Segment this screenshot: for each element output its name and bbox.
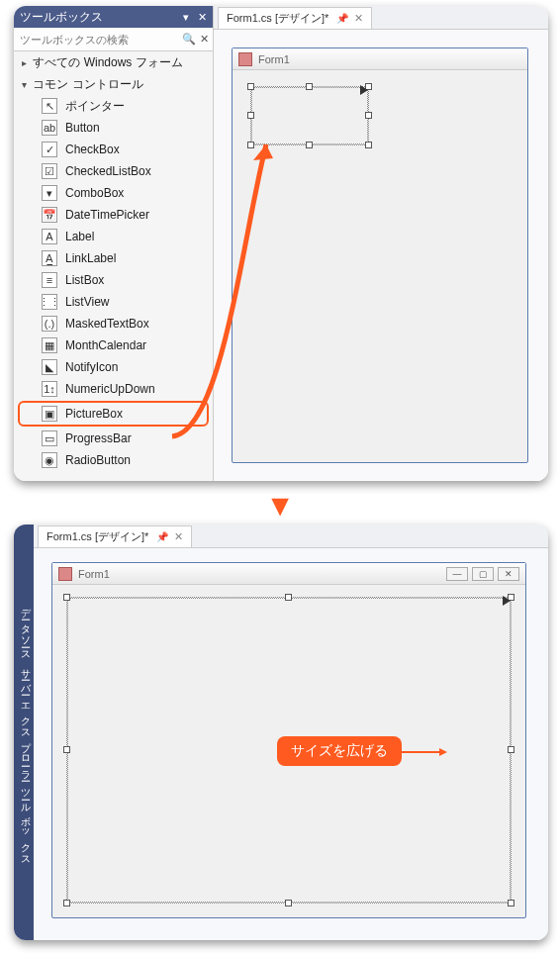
toolbox-group[interactable]: ▸ すべての Windows フォーム xyxy=(14,51,213,73)
resize-handle[interactable] xyxy=(247,112,254,119)
toolbox-item-label: ListView xyxy=(65,291,109,313)
search-icon[interactable]: 🔍 xyxy=(182,33,196,46)
window-buttons: — ▢ ✕ xyxy=(446,567,519,581)
document-tab[interactable]: Form1.cs [デザイン]* 📌 ✕ xyxy=(38,525,192,547)
toolbox-item[interactable]: A̲LinkLabel xyxy=(14,247,213,269)
document-tab-label: Form1.cs [デザイン]* xyxy=(227,11,328,26)
tab-pin-icon[interactable]: 📌 xyxy=(156,531,168,542)
tab-pin-icon[interactable]: 📌 xyxy=(336,13,348,24)
toolbox-item-label: ListBox xyxy=(65,269,104,291)
smart-tag-icon[interactable] xyxy=(360,85,370,95)
document-tab[interactable]: Form1.cs [デザイン]* 📌 ✕ xyxy=(218,7,372,29)
document-tab-label: Form1.cs [デザイン]* xyxy=(47,529,148,544)
document-tab-bar: Form1.cs [デザイン]* 📌 ✕ xyxy=(34,525,548,548)
minimize-icon[interactable]: — xyxy=(446,567,468,581)
expand-arrow-icon: ▾ xyxy=(18,74,30,96)
resize-handle[interactable] xyxy=(247,83,254,90)
toolbox-item[interactable]: ↖ポインター xyxy=(14,95,213,117)
toolbox-item[interactable]: ✓CheckBox xyxy=(14,139,213,160)
resize-handle[interactable] xyxy=(247,142,254,148)
control-icon: A̲ xyxy=(42,250,57,266)
close-icon[interactable]: ✕ xyxy=(198,11,207,23)
control-icon: ↖ xyxy=(42,98,57,114)
toolbox-item-label: CheckedListBox xyxy=(65,160,151,182)
control-icon: A xyxy=(42,229,57,244)
toolbox-group[interactable]: ▾ コモン コントロール xyxy=(14,73,213,95)
pin-icon[interactable]: ▾ xyxy=(183,11,189,23)
toolbox-item[interactable]: ◣NotifyIcon xyxy=(14,356,213,378)
resize-handle[interactable] xyxy=(306,83,313,90)
toolbox-item[interactable]: (.)MaskedTextBox xyxy=(14,313,213,334)
bottom-design-area: Form1.cs [デザイン]* 📌 ✕ Form1 — ▢ ✕ xyxy=(34,525,548,940)
resize-handle[interactable] xyxy=(63,900,70,906)
toolbox-item[interactable]: abButton xyxy=(14,117,213,139)
step-arrow-down-icon: ▼ xyxy=(265,489,295,523)
toolbox-item[interactable]: ▾ComboBox xyxy=(14,182,213,204)
toolbox-item[interactable]: ALabel xyxy=(14,226,213,247)
control-icon: ⋮⋮ xyxy=(42,294,57,310)
control-icon: 📅 xyxy=(42,207,57,223)
design-surface-top[interactable]: Form1 xyxy=(214,30,548,481)
toolbox-item-label: MonthCalendar xyxy=(65,334,146,356)
control-icon: ◣ xyxy=(42,359,57,375)
form-titlebar: Form1 — ▢ ✕ xyxy=(52,563,525,585)
toolbox-item-label: ProgressBar xyxy=(65,428,132,449)
toolbox-item[interactable]: 📅DateTimePicker xyxy=(14,204,213,226)
toolbox-item-label: NumericUpDown xyxy=(65,378,155,400)
resize-handle[interactable] xyxy=(63,594,70,601)
resize-handle[interactable] xyxy=(63,746,70,753)
resize-handle[interactable] xyxy=(365,112,372,119)
picturebox-selection-small[interactable] xyxy=(250,86,369,145)
toolbox-search-input[interactable] xyxy=(14,34,178,46)
maximize-icon[interactable]: ▢ xyxy=(472,567,494,581)
form-icon xyxy=(238,52,252,66)
toolbox-item-label: LinkLabel xyxy=(65,247,116,269)
toolbox-item-label: NotifyIcon xyxy=(65,356,118,378)
callout-size-expand: サイズを広げる xyxy=(277,736,402,766)
control-icon: ◉ xyxy=(42,452,57,468)
control-icon: ab xyxy=(42,120,57,136)
toolbox-item[interactable]: ◉RadioButton xyxy=(14,449,213,471)
resize-handle[interactable] xyxy=(508,746,514,753)
clear-search-icon[interactable]: ✕ xyxy=(200,33,209,46)
toolbox-item-label: DateTimePicker xyxy=(65,204,149,226)
toolbox-item-label: MaskedTextBox xyxy=(65,313,149,334)
toolbox-item-label: CheckBox xyxy=(65,139,120,160)
tab-close-icon[interactable]: ✕ xyxy=(174,530,183,543)
toolbox-title-icons: ▾ ✕ xyxy=(177,6,207,28)
control-icon: 1↕ xyxy=(42,381,57,397)
toolbox-item[interactable]: ≡ListBox xyxy=(14,269,213,291)
expand-arrow-icon: ▸ xyxy=(18,52,30,74)
toolbox-item[interactable]: ▣PictureBox xyxy=(18,401,209,427)
resize-handle[interactable] xyxy=(285,594,292,601)
toolbox-item[interactable]: ⋮⋮ListView xyxy=(14,291,213,313)
top-panel: ツールボックス ▾ ✕ 🔍 ✕ ▸ すべての Windows フォーム▾ コモン… xyxy=(14,6,548,481)
tab-close-icon[interactable]: ✕ xyxy=(354,12,363,25)
control-icon: ▣ xyxy=(42,406,57,422)
form-window[interactable]: Form1 xyxy=(232,48,528,463)
document-tab-bar: Form1.cs [デザイン]* 📌 ✕ xyxy=(214,6,548,30)
smart-tag-icon[interactable] xyxy=(503,596,513,606)
toolbox-item-label: Label xyxy=(65,226,94,247)
toolbox-item-label: Button xyxy=(65,117,100,139)
design-surface-bottom[interactable]: Form1 — ▢ ✕ xyxy=(34,548,548,940)
toolbox-item-label: ポインター xyxy=(65,95,125,117)
resize-handle[interactable] xyxy=(285,900,292,906)
side-tool-strip[interactable]: データソース サーバー エクスプローラー ツールボックス xyxy=(14,525,34,940)
toolbox-search-row: 🔍 ✕ xyxy=(14,28,213,51)
toolbox-item-label: ComboBox xyxy=(65,182,124,204)
resize-handle[interactable] xyxy=(365,142,372,148)
form-title: Form1 xyxy=(78,568,110,580)
toolbox-item[interactable]: ☑CheckedListBox xyxy=(14,160,213,182)
control-icon: ✓ xyxy=(42,142,57,157)
toolbox-panel: ツールボックス ▾ ✕ 🔍 ✕ ▸ すべての Windows フォーム▾ コモン… xyxy=(14,6,214,481)
toolbox-item[interactable]: ▭ProgressBar xyxy=(14,428,213,449)
close-window-icon[interactable]: ✕ xyxy=(498,567,519,581)
control-icon: ▭ xyxy=(42,430,57,446)
form-title: Form1 xyxy=(258,53,290,65)
toolbox-item[interactable]: ▦MonthCalendar xyxy=(14,334,213,356)
toolbox-item[interactable]: 1↕NumericUpDown xyxy=(14,378,213,400)
resize-handle[interactable] xyxy=(306,142,313,148)
resize-handle[interactable] xyxy=(508,900,514,906)
control-icon: (.) xyxy=(42,316,57,332)
